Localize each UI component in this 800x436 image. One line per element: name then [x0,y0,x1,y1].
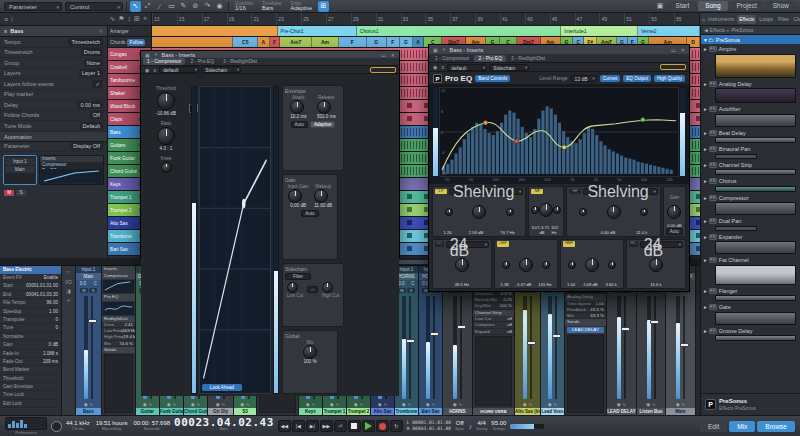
ruler-tick[interactable]: 19 [227,13,252,25]
chord-event[interactable]: A [413,37,424,47]
inspector-row-value[interactable]: ✓ [92,80,103,88]
item-thumbnail[interactable] [715,202,796,215]
expand-arrow-icon[interactable]: ▸ [704,218,707,224]
chord-event[interactable]: C5 [233,37,258,47]
band-enable-chip[interactable]: HF [569,189,581,195]
param-value[interactable]: 2.41 [124,322,133,327]
output-chip[interactable]: Main [5,166,35,173]
channel-io-widget[interactable]: Input 1 Main [3,155,37,185]
chord-event[interactable] [152,37,233,47]
inspector-row-value[interactable]: None [84,59,103,67]
fader-handle[interactable] [527,341,536,345]
control-dropdown[interactable]: Control [65,2,123,11]
event-row[interactable]: Transpose0 [0,316,61,324]
browser-item-analog-delay[interactable]: ▸FXAnalog Delay [701,80,800,89]
param-value[interactable]: 19.4 k [123,334,135,339]
makeup-knob[interactable] [314,189,328,203]
list-icon[interactable]: ≡ [152,67,157,73]
ruler-tick[interactable]: 13 [152,13,177,25]
event-row[interactable]: Event FXEnable [0,274,61,282]
snap-value[interactable]: Adaptive [291,6,312,11]
panel-section-title[interactable]: Pro EQ [102,294,135,301]
maximize-icon[interactable]: ▭ [670,47,677,53]
param-value[interactable]: 43.3 % [590,313,604,318]
eq-band-lf[interactable]: LFShelving1.262.59 dB76.7 Hz [432,186,526,237]
event-row[interactable]: Bend Marker [0,366,61,374]
ruler-tick[interactable]: 25 [301,13,326,25]
band-enable-chip[interactable]: LF [435,189,447,195]
ruler-tick[interactable]: 49 [599,13,624,25]
loop-end-value[interactable]: R 00043.01.01.00 [407,426,451,432]
eq-band-mf[interactable]: MF3.07-3.71 dB622 Hz [528,186,564,237]
inspector-row[interactable]: LayersLayer 1 [0,69,107,80]
arranger-section[interactable]: Verse2 [638,26,700,36]
loop-button[interactable]: ↻ [390,420,403,432]
q-knob[interactable] [445,208,453,216]
ruler-tick[interactable]: 51 [624,13,649,25]
performance-meter[interactable] [5,417,47,430]
channel-label[interactable]: Lead Voxs [541,408,564,415]
inspector-row-value[interactable]: 0.00 ms [77,101,103,109]
item-thumbnail[interactable] [715,169,796,175]
fader-handle[interactable] [621,327,630,331]
monitor-icon[interactable]: ◉ [191,401,195,408]
tab-cloud[interactable]: Cloud [792,15,800,24]
record-button[interactable] [376,420,389,432]
expand-arrow-icon[interactable]: ▸ [704,146,707,152]
list-icon[interactable]: ≡ [440,64,445,70]
monitor-icon[interactable]: ◉ [167,401,171,408]
pin-icon[interactable]: ⌖ [442,46,447,53]
follow-chip[interactable]: Follow [127,39,145,46]
channel-label[interactable]: Trombone [395,408,418,415]
event-row[interactable]: End00041.01.03.30 [0,291,61,299]
event-row[interactable]: Time Lock [0,391,61,399]
insert-tab-1-compressor[interactable]: 1 - Compressor [431,55,473,62]
fader-zone[interactable] [515,294,540,401]
insert-tab-3-redlightdist[interactable]: 3 - RedlightDist [219,58,261,65]
breadcrumb-label[interactable]: Effects [710,27,725,33]
monitor-icon[interactable]: ◉ [402,401,406,408]
freq-knob[interactable] [608,261,616,269]
item-thumbnail[interactable] [715,335,796,341]
eq-band-hmf[interactable]: HMF1.002.08 dB3.60 k [560,239,624,290]
eq-band-hc[interactable]: HC24 dB16.6 k [626,239,686,290]
ruler-tick[interactable]: 45 [550,13,575,25]
ibeam-icon[interactable]: I [11,16,13,23]
wrench-icon[interactable]: ⌗ [67,269,70,276]
monitor-icon[interactable]: ◉ [676,401,680,408]
event-value[interactable]: 0 dB [49,341,58,348]
item-thumbnail[interactable] [715,114,796,127]
output-auto-button[interactable]: Auto [666,228,683,235]
input-chip[interactable]: Input 1 [5,158,35,165]
channel-label[interactable]: Trumpet 1 [323,408,346,415]
band-enable-chip[interactable]: MF [531,189,543,195]
view-button-mix[interactable]: Mix [729,421,755,432]
channel-label[interactable]: Gtr Dly [208,408,233,415]
channel-route[interactable]: Main [76,273,101,280]
attack-knob[interactable] [290,100,304,114]
event-row[interactable]: Edit Lock [0,400,61,408]
chord-event[interactable]: G [400,37,413,47]
pan-value[interactable]: C [411,280,414,287]
knee-knob[interactable] [161,162,172,173]
eq-curve-display[interactable]: 1260-6-12 [439,87,679,177]
gain-knob[interactable] [585,258,599,272]
inspector-row-value[interactable]: Default [80,122,103,130]
chord-event[interactable]: G [367,37,387,47]
back-icon[interactable]: ◀ [704,27,708,33]
browser-item-expander[interactable]: ▸FXExpander [701,233,800,242]
timebase-group[interactable]: Timebase Bars [259,1,285,11]
monitor-icon[interactable]: ◉ [426,401,430,408]
monitor-knob[interactable] [51,421,62,432]
solo-button[interactable]: S [407,288,415,293]
monitor-icon[interactable]: ◉ [646,401,650,408]
filter-dropdown[interactable]: Filter [285,273,311,280]
uc-net-chip[interactable] [370,67,396,73]
expand-arrow-icon[interactable]: ▸ [704,195,707,201]
range-tool[interactable]: ⤢ [142,1,153,12]
browser-item-chorus[interactable]: ▸FXChorus [701,177,800,186]
uc-net-chip[interactable] [660,64,686,70]
event-row[interactable]: Gain0 dB [0,341,61,349]
fader-track[interactable] [683,296,685,399]
timebase-value[interactable]: Bars [262,6,282,11]
